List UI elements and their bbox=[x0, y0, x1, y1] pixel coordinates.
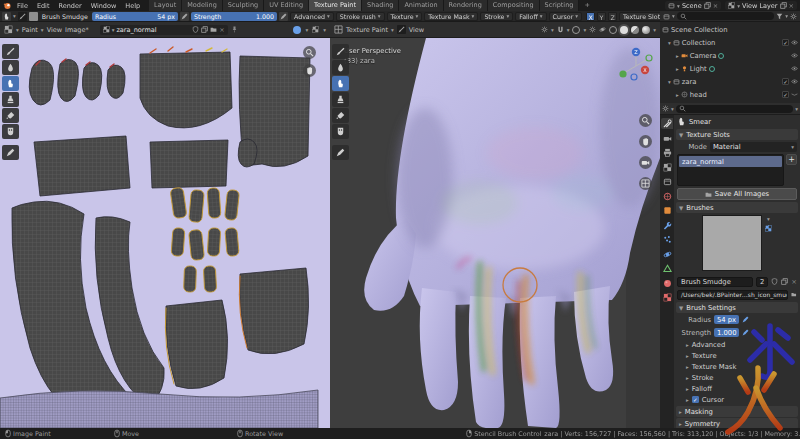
eye-icon[interactable] bbox=[791, 78, 798, 85]
brush-name-field[interactable]: Brush Smudge bbox=[677, 277, 753, 287]
fake-user-shield-icon[interactable] bbox=[192, 26, 199, 33]
workspace-tab-rendering[interactable]: Rendering bbox=[444, 0, 488, 11]
tool-draw-button[interactable] bbox=[2, 44, 19, 59]
transform-orientation-icon[interactable] bbox=[541, 26, 548, 33]
tool-fill-button[interactable] bbox=[2, 108, 19, 123]
pin-icon[interactable] bbox=[231, 26, 238, 33]
tab-modifiers[interactable] bbox=[661, 220, 673, 231]
duplicate-brush-icon[interactable] bbox=[781, 278, 788, 285]
tab-render[interactable] bbox=[661, 133, 673, 144]
new-scene-icon[interactable] bbox=[704, 2, 711, 9]
render-slot-icon[interactable] bbox=[312, 26, 319, 33]
texture-slots-menu[interactable]: Texture Slots▾ bbox=[619, 12, 660, 21]
workspace-tab-uv-editing[interactable]: UV Editing bbox=[264, 0, 309, 11]
workspace-tab-compositing[interactable]: Compositing bbox=[488, 0, 540, 11]
eye-icon[interactable] bbox=[791, 65, 798, 72]
subpanel-texture[interactable]: ▸Texture bbox=[674, 350, 800, 361]
mode-dropdown[interactable]: Texture Paint bbox=[346, 26, 388, 34]
tab-tool[interactable] bbox=[661, 118, 673, 129]
outliner-row-head[interactable]: ▸ head ✓ bbox=[662, 88, 798, 101]
cursor-popover[interactable]: Cursor▾ bbox=[549, 12, 582, 21]
texture-popover[interactable]: Texture▾ bbox=[387, 12, 423, 21]
chevron-down-icon[interactable]: ▾ bbox=[795, 106, 798, 112]
menu-render[interactable]: Render bbox=[54, 2, 85, 10]
menu-file[interactable]: File bbox=[13, 2, 32, 10]
shading-material-button[interactable] bbox=[631, 26, 639, 34]
filter-funnel-icon[interactable] bbox=[776, 13, 783, 20]
outliner-search-input[interactable] bbox=[677, 12, 774, 20]
show-overlays-icon[interactable] bbox=[599, 26, 606, 33]
object-checkbox[interactable]: ✓ bbox=[782, 91, 789, 98]
collection-checkbox[interactable]: ✓ bbox=[782, 39, 789, 46]
workspace-tab-modeling[interactable]: Modeling bbox=[182, 0, 223, 11]
subpanel-stroke[interactable]: ▸Stroke bbox=[674, 372, 800, 383]
shading-solid-button[interactable] bbox=[620, 26, 628, 34]
open-image-folder-icon[interactable] bbox=[210, 26, 217, 33]
add-workspace-button[interactable]: + bbox=[579, 0, 594, 11]
navigation-gizmo[interactable]: Z X bbox=[617, 45, 655, 83]
mirror-z-button[interactable]: Z bbox=[608, 12, 617, 21]
tab-output[interactable] bbox=[661, 147, 673, 158]
open-icon-file-button[interactable] bbox=[791, 291, 797, 298]
mirror-x-button[interactable]: X bbox=[586, 12, 595, 21]
brush-users-count[interactable]: 2 bbox=[756, 277, 768, 287]
shading-wireframe-button[interactable] bbox=[609, 26, 617, 34]
camera-view-button[interactable] bbox=[639, 156, 652, 169]
expand-triangle[interactable]: ▾ bbox=[668, 79, 671, 85]
outliner-row-zara[interactable]: ▾ zara ✓ bbox=[662, 75, 798, 88]
tool-draw-button[interactable] bbox=[332, 44, 349, 59]
brush-name-label[interactable]: Brush Smudge bbox=[40, 13, 90, 20]
brush-thumbnail-button[interactable] bbox=[397, 25, 406, 34]
unlink-scene-button[interactable]: × bbox=[713, 2, 718, 10]
strength-slider[interactable]: 1.000 bbox=[714, 328, 739, 337]
tab-scene[interactable] bbox=[661, 176, 673, 187]
texture-slots-mode-dropdown[interactable]: Material ▾ bbox=[710, 142, 797, 152]
menu-help[interactable]: Help bbox=[121, 2, 144, 10]
brush-color-swatch[interactable] bbox=[29, 12, 38, 21]
show-gizmo-icon[interactable] bbox=[589, 26, 596, 33]
chevron-down-icon[interactable]: ▾ bbox=[767, 216, 770, 222]
strength-slider[interactable]: Strength 1.000 bbox=[191, 12, 277, 21]
tool-mask-button[interactable] bbox=[2, 124, 19, 139]
mirror-y-button[interactable]: Y bbox=[597, 12, 606, 21]
expand-triangle[interactable]: ▸ bbox=[676, 92, 679, 98]
viewport-pan-button[interactable] bbox=[639, 135, 652, 148]
radius-slider[interactable]: Radius 54 px bbox=[92, 12, 178, 21]
add-texture-slot-button[interactable]: + bbox=[786, 154, 797, 165]
tool-smear-button[interactable] bbox=[2, 76, 19, 91]
subpanel-texture-mask[interactable]: ▸Texture Mask bbox=[674, 361, 800, 372]
scene-selector[interactable]: ▾ Scene × bbox=[665, 1, 721, 10]
brush-icon-path-field[interactable]: /Users/bek/.BPainter…sh_icon_smudge.png bbox=[677, 290, 788, 300]
new-view-layer-icon[interactable] bbox=[780, 2, 787, 9]
tool-soften-button[interactable] bbox=[332, 60, 349, 75]
perspective-toggle-button[interactable] bbox=[639, 177, 652, 190]
view-menu[interactable]: View bbox=[409, 26, 424, 34]
tab-material[interactable] bbox=[661, 278, 673, 289]
editor-type-icon[interactable] bbox=[334, 25, 343, 34]
cursor-checkbox[interactable]: ✓ bbox=[692, 396, 699, 403]
radius-pressure-toggle[interactable] bbox=[180, 12, 189, 21]
stroke-rush-popover[interactable]: Stroke rush▾ bbox=[336, 12, 385, 21]
remove-view-layer-button[interactable]: × bbox=[789, 2, 794, 10]
collection-checkbox[interactable]: ✓ bbox=[782, 78, 789, 85]
panel-brushes-header[interactable]: ▼ Brushes bbox=[676, 202, 798, 213]
outliner-row-scene-collection[interactable]: Scene Collection bbox=[662, 23, 798, 36]
workspace-tab-texture-paint[interactable]: Texture Paint bbox=[309, 0, 362, 11]
strength-pressure-toggle[interactable] bbox=[279, 12, 288, 21]
outliner-row-camera[interactable]: ▸ Camera bbox=[662, 49, 798, 62]
outliner-settings-icon[interactable] bbox=[790, 13, 797, 20]
workspace-tab-layout[interactable]: Layout bbox=[149, 0, 182, 11]
workspace-tab-scripting[interactable]: Scripting bbox=[540, 0, 580, 11]
radius-slider[interactable]: 54 px bbox=[714, 315, 739, 324]
tool-clone-button[interactable] bbox=[2, 92, 19, 107]
outliner-row-collection[interactable]: ▾ Collection ✓ bbox=[662, 36, 798, 49]
zoom-button[interactable] bbox=[303, 46, 316, 59]
eye-icon[interactable] bbox=[791, 39, 798, 46]
unlink-image-button[interactable]: × bbox=[219, 26, 224, 34]
expand-triangle[interactable]: ▸ bbox=[676, 66, 679, 72]
display-channels-icon[interactable] bbox=[293, 26, 301, 34]
menu-window[interactable]: Window bbox=[87, 2, 121, 10]
editor-type-icon[interactable] bbox=[662, 105, 669, 112]
properties-search-input[interactable] bbox=[676, 105, 793, 113]
viewport-canvas[interactable]: User Perspective (33) zara Z bbox=[330, 38, 660, 428]
